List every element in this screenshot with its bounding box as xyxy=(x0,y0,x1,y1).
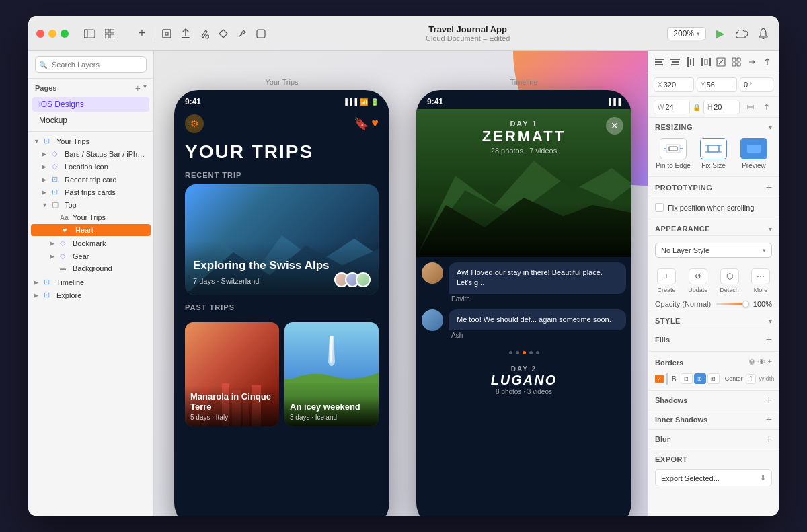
minimize-button[interactable] xyxy=(48,30,56,38)
arrow-icon[interactable] xyxy=(745,55,759,69)
right-panel: X 320 Y 56 0 ° W 24 🔒 xyxy=(648,51,779,516)
x-field[interactable]: X 320 xyxy=(654,77,694,92)
borders-eye-icon[interactable]: 👁 xyxy=(758,358,765,367)
layer-row-past-trips[interactable]: ▶ ⊡ Past trips cards xyxy=(28,186,153,198)
page-item-mockup[interactable]: Mockup xyxy=(32,113,149,128)
layer-row-explore[interactable]: ▶ ⊡ Explore xyxy=(28,289,153,301)
angle-field[interactable]: 0 ° xyxy=(740,77,773,92)
more-tools-icon[interactable] xyxy=(730,55,743,69)
flip-horizontal-icon[interactable] xyxy=(760,100,773,114)
inner-shadows-add[interactable]: + xyxy=(766,414,772,425)
style-chevron[interactable]: ▾ xyxy=(769,317,772,325)
layer-row-location[interactable]: ▶ ◇ Location icon xyxy=(28,160,153,173)
svg-rect-35 xyxy=(705,59,707,65)
grid-view-icon[interactable] xyxy=(102,26,117,41)
cloud-icon[interactable] xyxy=(734,26,749,41)
search-input[interactable] xyxy=(35,56,147,73)
fix-size-option[interactable]: Fix Size xyxy=(695,138,732,169)
scale-icon[interactable] xyxy=(714,55,728,69)
border-color-swatch[interactable] xyxy=(666,373,668,385)
frame-icon: ⊡ xyxy=(44,137,54,145)
timeline-day2-header: DAY 2 LUGANO 8 photos · 3 videos xyxy=(416,360,631,401)
page-item-ios-designs[interactable]: iOS Designs xyxy=(32,97,149,112)
zoom-control[interactable]: 200% ▾ xyxy=(667,27,706,40)
detach-action[interactable]: ⬡ Detach xyxy=(720,268,739,293)
layer-row-your-trips[interactable]: ▼ ⊡ Your Trips xyxy=(28,135,153,147)
borders-settings-icon[interactable]: ⚙ xyxy=(748,358,755,367)
fix-position-checkbox[interactable] xyxy=(655,203,664,212)
layer-row-timeline[interactable]: ▶ ⊡ Timeline xyxy=(28,276,153,289)
dot-2 xyxy=(516,351,519,354)
borders-icons: ⚙ 👁 + xyxy=(748,358,772,367)
view-tools xyxy=(82,26,117,41)
shadows-add[interactable]: + xyxy=(766,395,772,406)
opacity-slider[interactable] xyxy=(716,303,748,305)
maximize-button[interactable] xyxy=(61,30,69,38)
prototyping-label: PROTOTYPING xyxy=(655,184,712,192)
fill-icon[interactable] xyxy=(197,26,212,41)
close-btn-overlay[interactable]: ✕ xyxy=(606,117,623,135)
border-inside-btn[interactable]: ⊟ xyxy=(681,373,693,384)
chat-row-2: Me too! We should def... again sometime … xyxy=(422,309,626,340)
create-action[interactable]: + Create xyxy=(657,268,676,293)
layer-row-heart[interactable]: ♥ Heart xyxy=(31,224,151,236)
export-section: EXPORT Export Selected... ⬇ xyxy=(648,449,779,489)
align-left-icon[interactable] xyxy=(653,55,666,69)
flip-icon[interactable] xyxy=(761,55,774,69)
layer-row-your-trips-text[interactable]: Aa Your Trips xyxy=(28,211,153,223)
distribute-icon[interactable] xyxy=(699,55,713,69)
upload-icon[interactable] xyxy=(178,26,193,41)
avatar-3 xyxy=(356,272,371,287)
layer-style-dropdown[interactable]: No Layer Style ▾ xyxy=(655,243,772,258)
layer-row-recent-trip[interactable]: ▶ ⊡ Recent trip card xyxy=(28,173,153,186)
add-page-button[interactable]: + xyxy=(135,83,141,93)
border-width-field[interactable]: 1 xyxy=(746,374,757,384)
w-field[interactable]: W 24 xyxy=(654,100,690,114)
shape-tool-icon[interactable] xyxy=(254,26,268,41)
layer-row-gear[interactable]: ▶ ◇ Gear xyxy=(28,250,153,262)
add-button[interactable]: + xyxy=(133,25,151,42)
title-section: Travel Journal App Cloud Document – Edit… xyxy=(276,24,659,42)
h-field[interactable]: H 20 xyxy=(703,100,740,114)
component-icon[interactable] xyxy=(216,26,231,41)
layer-row-top[interactable]: ▼ ▢ Top xyxy=(28,198,153,211)
pages-expand-button[interactable]: ▾ xyxy=(143,83,147,93)
border-enabled-checkbox[interactable]: ✓ xyxy=(655,375,664,383)
resizing-chevron[interactable]: ▾ xyxy=(769,124,772,131)
close-button[interactable] xyxy=(36,30,44,38)
appearance-chevron[interactable]: ▾ xyxy=(769,225,772,233)
phone1-container: Your Trips 9:41 ▐▐▐ 📶 🔋 xyxy=(174,71,389,516)
export-button[interactable]: Export Selected... ⬇ xyxy=(655,469,772,486)
pin-to-edge-option[interactable]: Pin to Edge xyxy=(655,138,691,169)
component-icon: ◇ xyxy=(60,239,71,248)
constrain-icon[interactable] xyxy=(744,100,757,114)
border-width-label: Width xyxy=(759,375,774,382)
coords-row: X 320 Y 56 0 ° xyxy=(648,73,779,97)
sidebar-toggle-icon[interactable] xyxy=(82,26,97,41)
align-top-icon[interactable] xyxy=(684,55,697,69)
layer-row-bars[interactable]: ▶ ◇ Bars / Status Bar / iPhone... xyxy=(28,147,153,160)
frame-tool-icon[interactable] xyxy=(159,26,174,41)
iceland-info: An icey weekend 3 days · Iceland xyxy=(284,396,379,426)
preview-option[interactable]: Preview xyxy=(736,138,772,169)
layer-section: ▼ ⊡ Your Trips ▶ ◇ Bars / Status Bar / i… xyxy=(28,135,153,516)
svg-rect-40 xyxy=(732,63,736,66)
svg-rect-6 xyxy=(163,30,171,38)
more-action[interactable]: ⋯ More xyxy=(751,268,770,293)
layer-row-bookmark[interactable]: ▶ ◇ Bookmark xyxy=(28,237,153,250)
play-button[interactable]: ▶ xyxy=(713,26,728,41)
borders-add[interactable]: + xyxy=(768,358,772,367)
x-label: X xyxy=(658,81,662,89)
pen-icon[interactable] xyxy=(235,26,249,41)
prototyping-add[interactable]: + xyxy=(766,182,772,193)
layer-row-background[interactable]: ▬ Background xyxy=(28,262,153,274)
border-center-btn[interactable]: ⊞ xyxy=(694,373,706,384)
align-center-icon[interactable] xyxy=(668,55,682,69)
y-field[interactable]: Y 56 xyxy=(697,77,737,92)
update-action[interactable]: ↺ Update xyxy=(688,268,707,293)
fills-add[interactable]: + xyxy=(766,334,772,345)
notification-icon[interactable] xyxy=(756,26,771,41)
border-outside-btn[interactable]: ⊠ xyxy=(707,373,720,384)
size-row: W 24 🔒 H 20 xyxy=(648,97,779,118)
blur-add[interactable]: + xyxy=(766,434,772,445)
